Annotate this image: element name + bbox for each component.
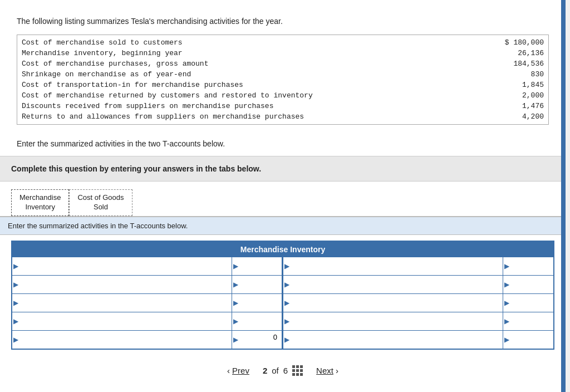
t-account-section: Merchandise Inventory ▶▶▶▶▶▶▶▶▶▶▶▶▶▶▶▶▶▶… <box>0 235 566 355</box>
tab-merchandise-inventory[interactable]: MerchandiseInventory <box>11 189 69 216</box>
right-value-cell[interactable]: ▶ <box>503 312 553 330</box>
right-value-cell[interactable]: ▶ <box>503 276 553 293</box>
left-label-input[interactable] <box>20 296 228 305</box>
left-value-cell[interactable]: ▶ <box>232 276 282 293</box>
left-value-cell[interactable]: ▶ <box>232 312 282 330</box>
data-item-label: Cost of merchandise purchases, gross amo… <box>17 58 481 69</box>
right-label-input[interactable] <box>291 296 499 305</box>
right-value-cell[interactable]: ▶ <box>503 294 553 312</box>
table-row: ▶▶▶▶ <box>12 257 553 275</box>
left-label-input[interactable] <box>20 278 228 286</box>
right-label-cell[interactable]: ▶ <box>283 276 503 293</box>
right-value-input[interactable] <box>507 259 549 268</box>
grid-icon[interactable] <box>292 365 303 376</box>
right-value-cell[interactable]: ▶ <box>503 257 553 275</box>
tabs-area: MerchandiseInventory Cost of GoodsSold <box>0 182 566 216</box>
right-scrollbar[interactable] <box>561 0 566 392</box>
footer-nav: ‹ Prev 2 of 6 Next › <box>0 355 566 385</box>
right-value-cell[interactable]: ▶ <box>503 331 553 349</box>
intro-text: The following listing summarizes Tesla's… <box>0 0 566 35</box>
data-table-wrapper: Cost of merchandise sold to customers$ 1… <box>17 35 549 125</box>
table-row: ▶▶▶▶ <box>12 293 553 312</box>
data-item-value: 830 <box>481 69 548 80</box>
right-label-cell[interactable]: ▶ <box>283 312 503 330</box>
data-item-label: Discounts received from suppliers on mer… <box>17 101 481 111</box>
enter-text: Enter the summarized activities in the t… <box>0 134 566 156</box>
left-value-cell[interactable]: ▶ <box>232 294 282 312</box>
next-arrow-icon: › <box>336 366 338 375</box>
left-value-cell[interactable]: ▶ <box>232 257 282 275</box>
left-value-cell[interactable]: ▶ <box>232 331 282 349</box>
instruction-box: Complete this question by entering your … <box>0 156 566 182</box>
page-total: 6 <box>283 366 288 375</box>
data-item-label: Cost of merchandise sold to customers <box>17 35 481 48</box>
data-item-value: 4,200 <box>481 111 548 124</box>
enter-summarized-text: Enter the summarized activities in the T… <box>0 217 566 235</box>
data-item-value: 1,845 <box>481 80 548 90</box>
prev-arrow-icon: ‹ <box>227 366 230 375</box>
right-value-input[interactable] <box>507 333 549 341</box>
data-item-value: 1,476 <box>481 101 548 111</box>
left-value-input[interactable] <box>235 259 277 268</box>
right-value-input[interactable] <box>507 296 549 305</box>
right-label-input[interactable] <box>291 333 499 341</box>
data-item-value: 26,136 <box>481 48 548 58</box>
data-item-label: Returns to and allowances from suppliers… <box>17 111 481 124</box>
left-label-cell[interactable]: ▶ <box>12 276 232 293</box>
table-row: ▶▶▶▶ <box>12 312 553 330</box>
tab-cost-of-goods-sold[interactable]: Cost of GoodsSold <box>69 189 132 216</box>
data-item-label: Cost of merchandise returned by customer… <box>17 90 481 101</box>
prev-button[interactable]: ‹ Prev <box>227 366 249 375</box>
left-label-input[interactable] <box>20 259 228 268</box>
table-row: ▶▶▶▶ <box>12 330 553 349</box>
right-label-cell[interactable]: ▶ <box>283 257 503 275</box>
left-label-input[interactable] <box>20 333 228 341</box>
right-label-input[interactable] <box>291 259 499 268</box>
left-label-cell[interactable]: ▶ <box>12 331 232 349</box>
left-label-cell[interactable]: ▶ <box>12 257 232 275</box>
data-table: Cost of merchandise sold to customers$ 1… <box>17 35 548 124</box>
right-label-cell[interactable]: ▶ <box>283 294 503 312</box>
instruction-text: Complete this question by entering your … <box>11 164 261 173</box>
left-value-input[interactable] <box>235 333 277 341</box>
right-label-input[interactable] <box>291 278 499 286</box>
right-label-cell[interactable]: ▶ <box>283 331 503 349</box>
left-label-input[interactable] <box>20 315 228 323</box>
right-label-input[interactable] <box>291 315 499 323</box>
page-info: 2 of 6 <box>263 365 303 376</box>
data-item-label: Merchandise inventory, beginning year <box>17 48 481 58</box>
data-item-value: 184,536 <box>481 58 548 69</box>
prev-label[interactable]: Prev <box>232 366 249 375</box>
table-row: ▶▶▶▶ <box>12 275 553 293</box>
page-of: of <box>272 366 279 375</box>
data-item-label: Cost of transportation-in for merchandis… <box>17 80 481 90</box>
t-account-body: ▶▶▶▶▶▶▶▶▶▶▶▶▶▶▶▶▶▶▶▶ <box>12 257 553 349</box>
left-value-input[interactable] <box>235 278 277 286</box>
next-button[interactable]: Next › <box>316 366 338 375</box>
left-value-input[interactable] <box>235 296 277 305</box>
left-label-cell[interactable]: ▶ <box>12 294 232 312</box>
left-value-input[interactable] <box>235 315 277 323</box>
left-label-cell[interactable]: ▶ <box>12 312 232 330</box>
page-current: 2 <box>263 366 267 375</box>
data-item-value: $ 180,000 <box>481 35 548 48</box>
right-value-input[interactable] <box>507 278 549 286</box>
t-account-table: Merchandise Inventory ▶▶▶▶▶▶▶▶▶▶▶▶▶▶▶▶▶▶… <box>11 241 554 350</box>
data-item-label: Shrinkage on merchandise as of year-end <box>17 69 481 80</box>
data-item-value: 2,000 <box>481 90 548 101</box>
right-value-input[interactable] <box>507 315 549 323</box>
t-account-title: Merchandise Inventory <box>12 242 553 257</box>
next-label[interactable]: Next <box>316 366 333 375</box>
